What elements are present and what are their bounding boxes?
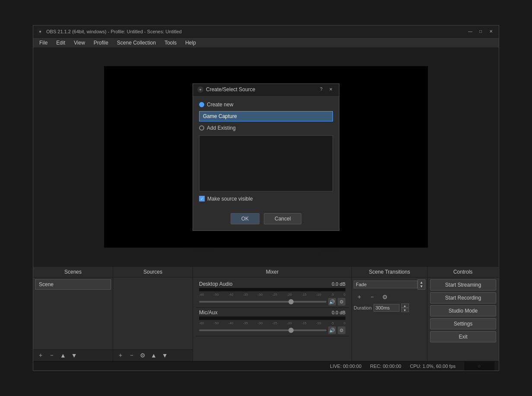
duration-down-button[interactable]: ▼ bbox=[401, 308, 409, 312]
make-visible-label: Make source visible bbox=[207, 196, 253, 202]
desktop-audio-db: 0.0 dB bbox=[332, 281, 345, 287]
sources-up-button[interactable]: ▲ bbox=[149, 351, 158, 359]
duration-label: Duration bbox=[354, 305, 372, 310]
mic-aux-slider[interactable] bbox=[199, 329, 326, 331]
existing-sources-list bbox=[199, 135, 333, 192]
transitions-panel: Fade Cut Swipe Slide Stinger Fade to Col… bbox=[352, 278, 428, 361]
transitions-content: Fade Cut Swipe Slide Stinger Fade to Col… bbox=[352, 278, 427, 361]
menu-view[interactable]: View bbox=[70, 39, 89, 47]
menu-profile[interactable]: Profile bbox=[89, 39, 113, 47]
scenes-remove-button[interactable]: － bbox=[47, 351, 57, 360]
studio-mode-button[interactable]: Studio Mode bbox=[430, 305, 496, 316]
title-bar: ● OBS 21.1.2 (64bit, windows) - Profile:… bbox=[33, 26, 499, 38]
transition-type-select[interactable]: Fade Cut Swipe Slide Stinger Fade to Col… bbox=[354, 281, 418, 288]
desktop-audio-meter bbox=[199, 288, 345, 291]
dialog-footer: OK Cancel bbox=[193, 213, 339, 230]
duration-row: Duration ▲ ▼ bbox=[354, 303, 425, 312]
exit-button[interactable]: Exit bbox=[430, 331, 496, 342]
sources-down-button[interactable]: ▼ bbox=[160, 351, 170, 359]
desktop-audio-labels: -60-50-40-35-30-25-20-15-10-50 bbox=[199, 293, 345, 297]
menu-help[interactable]: Help bbox=[181, 39, 200, 47]
menu-file[interactable]: File bbox=[35, 39, 52, 47]
desktop-audio-settings[interactable]: ⚙ bbox=[338, 298, 345, 306]
add-existing-row: Add Existing bbox=[199, 125, 333, 131]
transitions-actions: ＋ － ⚙ bbox=[354, 292, 425, 302]
live-status: LIVE: 00:00:00 bbox=[330, 364, 361, 369]
start-recording-button[interactable]: Start Recording bbox=[430, 292, 496, 303]
cpu-status: CPU: 1.0%, 60.00 fps bbox=[410, 364, 456, 369]
make-visible-checkbox[interactable]: ✓ bbox=[199, 196, 205, 201]
mixer-header: Mixer bbox=[193, 267, 352, 277]
desktop-audio-header: Desktop Audio 0.0 dB bbox=[199, 281, 345, 287]
bottom-area: Scenes Sources Mixer Scene Transitions C… bbox=[33, 266, 499, 361]
desktop-audio-channel: Desktop Audio 0.0 dB -60-50-40-35-30-25-… bbox=[196, 279, 349, 308]
mic-aux-db: 0.0 dB bbox=[332, 310, 345, 315]
scenes-toolbar: ＋ － ▲ ▼ bbox=[33, 349, 113, 361]
app-icon: ● bbox=[37, 28, 44, 35]
menu-edit[interactable]: Edit bbox=[52, 39, 70, 47]
source-name-input[interactable] bbox=[199, 111, 333, 121]
scenes-panel: Scene ＋ － ▲ ▼ bbox=[33, 278, 113, 361]
maximize-button[interactable]: □ bbox=[476, 28, 485, 35]
create-new-row: Create new bbox=[199, 102, 333, 108]
menu-tools[interactable]: Tools bbox=[160, 39, 181, 47]
dialog-help-button[interactable]: ? bbox=[317, 86, 325, 93]
dialog-title-bar: ● Create/Select Source ? ✕ bbox=[193, 84, 339, 96]
scenes-content: Scene bbox=[33, 278, 113, 349]
desktop-audio-slider[interactable] bbox=[199, 301, 326, 303]
create-new-radio[interactable] bbox=[199, 102, 204, 107]
scenes-down-button[interactable]: ▼ bbox=[70, 351, 79, 359]
dialog-close-button[interactable]: ✕ bbox=[327, 86, 335, 93]
desktop-audio-mute[interactable]: 🔊 bbox=[328, 298, 336, 306]
scene-item[interactable]: Scene bbox=[35, 279, 111, 290]
mixer-content: Desktop Audio 0.0 dB -60-50-40-35-30-25-… bbox=[193, 278, 352, 361]
duration-up-button[interactable]: ▲ bbox=[401, 303, 409, 308]
main-area: ● Create/Select Source ? ✕ Cr bbox=[33, 48, 499, 370]
mic-aux-channel: Mic/Aux 0.0 dB -60-50-40-35-30-25-20-15-… bbox=[196, 308, 349, 336]
make-visible-row: ✓ Make source visible bbox=[199, 196, 333, 202]
scenes-add-button[interactable]: ＋ bbox=[36, 351, 45, 360]
mixer-panel: Desktop Audio 0.0 dB -60-50-40-35-30-25-… bbox=[193, 278, 352, 361]
transition-settings-button[interactable]: ⚙ bbox=[380, 292, 390, 302]
menu-bar: File Edit View Profile Scene Collection … bbox=[33, 38, 499, 48]
start-streaming-button[interactable]: Start Streaming bbox=[430, 279, 496, 291]
mic-aux-thumb bbox=[288, 328, 294, 333]
sources-header: Sources bbox=[113, 267, 193, 277]
menu-scene-collection[interactable]: Scene Collection bbox=[113, 39, 160, 47]
add-existing-radio[interactable] bbox=[199, 125, 204, 131]
close-button[interactable]: ✕ bbox=[487, 28, 495, 35]
mic-aux-labels: -60-50-40-35-30-25-20-15-10-50 bbox=[199, 321, 345, 325]
create-select-source-dialog: ● Create/Select Source ? ✕ Cr bbox=[193, 83, 339, 231]
bottom-header: Scenes Sources Mixer Scene Transitions C… bbox=[33, 267, 499, 278]
transition-type-up[interactable]: ▲▼ bbox=[418, 279, 425, 290]
mic-aux-mute[interactable]: 🔊 bbox=[328, 326, 336, 334]
ok-button[interactable]: OK bbox=[231, 213, 260, 224]
transition-add-button[interactable]: ＋ bbox=[354, 292, 365, 302]
bottom-panels: Scene ＋ － ▲ ▼ ＋ － ⚙ ▲ bbox=[33, 278, 499, 361]
sources-settings-button[interactable]: ⚙ bbox=[138, 351, 147, 359]
sources-content bbox=[113, 278, 193, 349]
window-title: OBS 21.1.2 (64bit, windows) - Profile: U… bbox=[46, 29, 466, 34]
desktop-audio-controls: 🔊 ⚙ bbox=[199, 298, 345, 306]
cancel-button[interactable]: Cancel bbox=[264, 213, 301, 224]
app-window: ● OBS 21.1.2 (64bit, windows) - Profile:… bbox=[33, 25, 499, 371]
logo-area: ⊙ bbox=[464, 361, 494, 371]
transitions-header: Scene Transitions bbox=[352, 267, 428, 277]
mic-aux-settings[interactable]: ⚙ bbox=[338, 326, 345, 334]
desktop-audio-thumb bbox=[288, 299, 294, 304]
transition-remove-button[interactable]: － bbox=[367, 292, 378, 302]
dialog-title-content: ● Create/Select Source bbox=[197, 86, 255, 93]
scenes-up-button[interactable]: ▲ bbox=[58, 351, 68, 359]
sources-remove-button[interactable]: － bbox=[127, 351, 136, 360]
controls-panel: Start Streaming Start Recording Studio M… bbox=[428, 278, 499, 361]
dialog-overlay: ● Create/Select Source ? ✕ Cr bbox=[33, 48, 499, 266]
desktop-audio-name: Desktop Audio bbox=[199, 281, 232, 287]
controls-header: Controls bbox=[428, 267, 499, 277]
settings-button[interactable]: Settings bbox=[430, 318, 496, 329]
minimize-button[interactable]: — bbox=[466, 28, 475, 35]
sources-add-button[interactable]: ＋ bbox=[116, 351, 125, 360]
add-existing-label: Add Existing bbox=[207, 125, 236, 131]
sources-panel: ＋ － ⚙ ▲ ▼ bbox=[113, 278, 193, 361]
scenes-header: Scenes bbox=[33, 267, 113, 277]
duration-input[interactable] bbox=[374, 304, 399, 312]
